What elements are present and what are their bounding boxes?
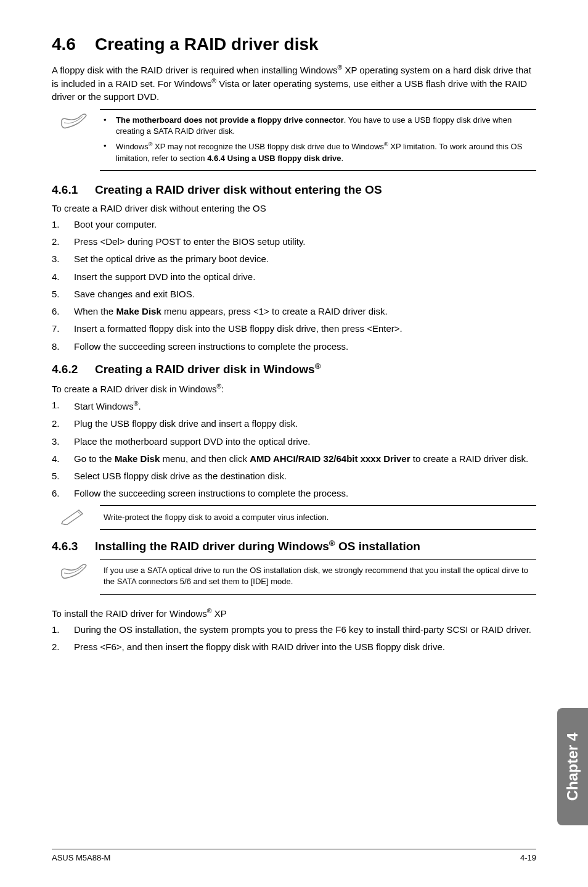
note-bullet-text: Windows® XP may not recognize the USB fl… <box>116 141 531 164</box>
bullet-dot: • <box>104 141 116 164</box>
step-number: 8. <box>52 340 74 353</box>
step-text: Save changes and exit BIOS. <box>74 288 536 300</box>
step-number: 5. <box>52 288 74 300</box>
step-number: 4. <box>52 271 74 283</box>
step-number: 3. <box>52 435 74 448</box>
step-text: Boot your computer. <box>74 218 536 231</box>
step-number: 2. <box>52 418 74 430</box>
subsection-title: Creating a RAID driver disk without ente… <box>95 183 382 196</box>
section-title: Creating a RAID driver disk <box>95 35 319 54</box>
subsection-intro: To install the RAID driver for Windows® … <box>52 607 536 619</box>
step-number: 1. <box>52 218 74 231</box>
subsection-title: Installing the RAID driver during Window… <box>95 540 420 553</box>
subsection-heading: 4.6.2Creating a RAID driver disk in Wind… <box>52 361 536 376</box>
step-text: Plug the USB floppy disk drive and inser… <box>74 418 536 430</box>
step-number: 2. <box>52 236 74 248</box>
page-footer: ASUS M5A88-M 4-19 <box>52 849 536 862</box>
chapter-tab: Chapter 4 <box>557 708 588 825</box>
step-text: Insert a formatted floppy disk into the … <box>74 323 536 335</box>
subsection-number: 4.6.2 <box>52 363 95 376</box>
step-number: 1. <box>52 624 74 636</box>
step-list: 1.Start Windows®. 2.Plug the USB floppy … <box>52 399 536 500</box>
note-block: If you use a SATA optical drive to run t… <box>52 559 536 594</box>
tip-block: Write-protect the floppy disk to avoid a… <box>52 505 536 530</box>
subsection-number: 4.6.3 <box>52 540 95 553</box>
step-number: 3. <box>52 253 74 265</box>
chapter-tab-label: Chapter 4 <box>564 733 581 801</box>
note-icon <box>57 109 100 135</box>
step-text: Start Windows®. <box>74 399 536 413</box>
step-text: Go to the Make Disk menu, and then click… <box>74 453 536 465</box>
step-text: Place the motherboard support DVD into t… <box>74 435 536 448</box>
subsection-number: 4.6.1 <box>52 183 95 197</box>
step-number: 1. <box>52 399 74 413</box>
tip-content: Write-protect the floppy disk to avoid a… <box>100 505 536 530</box>
section-heading: 4.6Creating a RAID driver disk <box>52 35 536 54</box>
footer-right: 4-19 <box>520 853 536 862</box>
step-text: Set the optical drive as the primary boo… <box>74 253 536 265</box>
subsection-intro: To create a RAID driver disk in Windows®… <box>52 382 536 394</box>
subsection-heading: 4.6.1Creating a RAID driver disk without… <box>52 183 536 197</box>
step-text: Follow the succeeding screen instruction… <box>74 340 536 353</box>
bullet-dot: • <box>104 115 116 137</box>
step-number: 4. <box>52 453 74 465</box>
step-text: Follow the succeeding screen instruction… <box>74 487 536 500</box>
step-text: Select USB floppy disk drive as the dest… <box>74 470 536 482</box>
pencil-icon <box>57 505 100 527</box>
step-number: 2. <box>52 641 74 653</box>
step-text: When the Make Disk menu appears, press <… <box>74 305 536 318</box>
step-number: 7. <box>52 323 74 335</box>
note-content: If you use a SATA optical drive to run t… <box>100 559 536 594</box>
subsection-title: Creating a RAID driver disk in Windows® <box>95 363 321 376</box>
footer-left: ASUS M5A88-M <box>52 853 110 862</box>
subsection-intro: To create a RAID driver disk without ent… <box>52 203 536 213</box>
step-list: 1.During the OS installation, the system… <box>52 624 536 654</box>
subsection-heading: 4.6.3Installing the RAID driver during W… <box>52 538 536 553</box>
step-text: Press <Del> during POST to enter the BIO… <box>74 236 536 248</box>
step-text: Insert the support DVD into the optical … <box>74 271 536 283</box>
note-bullet-text: The motherboard does not provide a flopp… <box>116 115 531 137</box>
intro-paragraph: A floppy disk with the RAID driver is re… <box>52 63 536 103</box>
step-number: 6. <box>52 487 74 500</box>
note-block: • The motherboard does not provide a flo… <box>52 109 536 171</box>
step-number: 5. <box>52 470 74 482</box>
note-content: • The motherboard does not provide a flo… <box>100 109 536 171</box>
step-text: Press <F6>, and then insert the floppy d… <box>74 641 536 653</box>
step-text: During the OS installation, the system p… <box>74 624 536 636</box>
section-number: 4.6 <box>52 35 95 54</box>
step-list: 1.Boot your computer. 2.Press <Del> duri… <box>52 218 536 353</box>
note-icon <box>57 559 100 585</box>
step-number: 6. <box>52 305 74 318</box>
